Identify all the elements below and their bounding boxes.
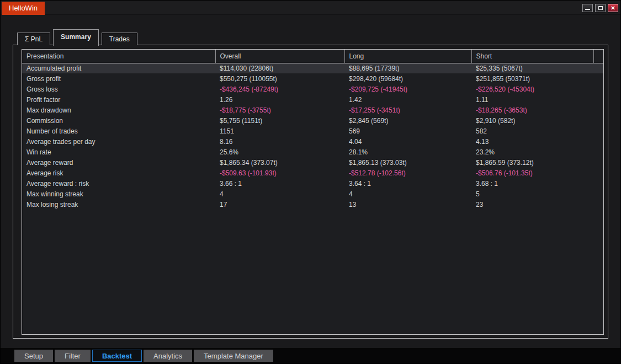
row-label: Average trades per day (22, 136, 215, 147)
row-filler (593, 63, 603, 73)
row-filler (593, 73, 603, 84)
row-value-overall: 25.6% (215, 147, 344, 157)
table-row[interactable]: Average reward : risk3.66 : 13.64 : 13.6… (22, 178, 603, 189)
maximize-button[interactable] (595, 4, 606, 12)
row-value-overall: $114,030 (22806t) (215, 63, 344, 73)
row-label: Profit factor (22, 94, 215, 105)
row-value-overall: 1.26 (215, 94, 344, 105)
row-value-short: 3.68 : 1 (471, 178, 593, 189)
row-label: Max drawdown (22, 105, 215, 115)
tab-setup[interactable]: Setup (14, 350, 53, 362)
row-value-long: 13 (344, 199, 471, 210)
row-value-short: 1.11 (471, 94, 593, 105)
row-value-short: -$226,520 (-45304t) (471, 84, 593, 94)
row-label: Max winning streak (22, 189, 215, 199)
row-value-short: 5 (471, 189, 593, 199)
row-value-long: $88,695 (17739t) (344, 63, 471, 73)
row-value-overall: 1151 (215, 126, 344, 136)
row-filler (593, 168, 603, 178)
row-label: Average reward (22, 157, 215, 168)
row-value-overall: -$18,775 (-3755t) (215, 105, 344, 115)
table-row[interactable]: Average risk-$509.63 (-101.93t)-$512.78 … (22, 168, 603, 178)
row-label: Number of trades (22, 126, 215, 136)
table-row[interactable]: Accumulated profit$114,030 (22806t)$88,6… (22, 63, 603, 73)
row-filler (593, 84, 603, 94)
table-row[interactable]: Gross loss-$436,245 (-87249t)-$209,725 (… (22, 84, 603, 94)
row-value-short: 4.13 (471, 136, 593, 147)
row-value-overall: $5,755 (1151t) (215, 115, 344, 126)
table-row[interactable]: Win rate25.6%28.1%23.2% (22, 147, 603, 157)
row-value-long: -$17,255 (-3451t) (344, 105, 471, 115)
row-value-short: $25,335 (5067t) (471, 63, 593, 73)
row-value-overall: -$509.63 (-101.93t) (215, 168, 344, 178)
tab-summary[interactable]: Summary (53, 29, 99, 46)
row-value-short: -$18,265 (-3653t) (471, 105, 593, 115)
row-filler (593, 189, 603, 199)
row-filler (593, 105, 603, 115)
row-filler (593, 199, 603, 210)
row-value-overall: $550,275 (110055t) (215, 73, 344, 84)
row-value-short: 582 (471, 126, 593, 136)
row-value-long: 1.42 (344, 94, 471, 105)
window-title: HelloWin (2, 2, 45, 15)
close-icon: ✕ (611, 6, 615, 11)
tab-template-manager[interactable]: Template Manager (194, 350, 273, 362)
tab-backtest[interactable]: Backtest (92, 350, 142, 362)
row-value-short: $1,865.59 (373.12t) (471, 157, 593, 168)
row-value-short: 23.2% (471, 147, 593, 157)
tab-pnl[interactable]: Σ PnL (17, 33, 50, 45)
column-header-presentation[interactable]: Presentation (22, 50, 215, 63)
table-row[interactable]: Average reward$1,865.34 (373.07t)$1,865.… (22, 157, 603, 168)
table-row[interactable]: Commission$5,755 (1151t)$2,845 (569t)$2,… (22, 115, 603, 126)
tab-trades[interactable]: Trades (102, 33, 137, 45)
row-filler (593, 136, 603, 147)
tab-filter[interactable]: Filter (55, 350, 91, 362)
minimize-button[interactable] (582, 4, 593, 12)
table-row[interactable]: Max winning streak445 (22, 189, 603, 199)
minimize-icon (585, 9, 590, 10)
top-tab-strip: Σ PnL Summary Trades (17, 29, 140, 45)
row-value-long: $298,420 (59684t) (344, 73, 471, 84)
column-header-short[interactable]: Short (471, 50, 593, 63)
row-value-long: 4 (344, 189, 471, 199)
row-value-long: 4.04 (344, 136, 471, 147)
row-filler (593, 157, 603, 168)
table-row[interactable]: Max losing streak171323 (22, 199, 603, 210)
row-value-overall: 17 (215, 199, 344, 210)
bottom-tab-strip: Setup Filter Backtest Analytics Template… (1, 348, 620, 363)
row-value-overall: 3.66 : 1 (215, 178, 344, 189)
row-value-long: 28.1% (344, 147, 471, 157)
row-label: Win rate (22, 147, 215, 157)
table-row[interactable]: Average trades per day8.164.044.13 (22, 136, 603, 147)
window-controls: ✕ (582, 4, 618, 12)
table-row[interactable]: Gross profit$550,275 (110055t)$298,420 (… (22, 73, 603, 84)
row-filler (593, 126, 603, 136)
summary-panel: Presentation Overall Long Short Accumula… (13, 45, 608, 339)
row-label: Gross loss (22, 84, 215, 94)
row-value-short: $2,910 (582t) (471, 115, 593, 126)
column-header-long[interactable]: Long (344, 50, 471, 63)
row-filler (593, 115, 603, 126)
table-row[interactable]: Max drawdown-$18,775 (-3755t)-$17,255 (-… (22, 105, 603, 115)
row-value-short: -$506.76 (-101.35t) (471, 168, 593, 178)
table-row[interactable]: Number of trades1151569582 (22, 126, 603, 136)
row-label: Commission (22, 115, 215, 126)
row-value-overall: -$436,245 (-87249t) (215, 84, 344, 94)
row-value-overall: $1,865.34 (373.07t) (215, 157, 344, 168)
row-label: Average reward : risk (22, 178, 215, 189)
row-label: Gross profit (22, 73, 215, 84)
app-window: HelloWin ✕ Σ PnL Summary Trades (0, 0, 621, 364)
table-row[interactable]: Profit factor1.261.421.11 (22, 94, 603, 105)
row-filler (593, 147, 603, 157)
row-label: Accumulated profit (22, 63, 215, 73)
row-value-overall: 4 (215, 189, 344, 199)
close-button[interactable]: ✕ (608, 4, 618, 12)
column-header-filler (593, 50, 603, 63)
row-value-overall: 8.16 (215, 136, 344, 147)
row-value-short: 23 (471, 199, 593, 210)
row-value-long: $1,865.13 (373.03t) (344, 157, 471, 168)
column-header-overall[interactable]: Overall (215, 50, 344, 63)
row-value-short: $251,855 (50371t) (471, 73, 593, 84)
row-value-long: $2,845 (569t) (344, 115, 471, 126)
tab-analytics[interactable]: Analytics (144, 350, 192, 362)
